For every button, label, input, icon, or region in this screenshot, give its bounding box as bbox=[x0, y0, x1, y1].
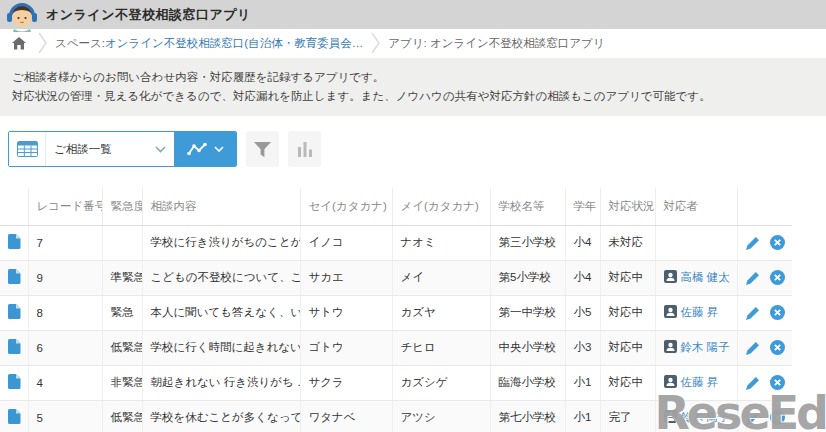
chart-button[interactable] bbox=[288, 131, 321, 167]
col-header-status: 対応状況 bbox=[600, 188, 655, 225]
assignee-link[interactable]: 鈴木 陽子 bbox=[681, 341, 730, 353]
delete-record-icon[interactable] bbox=[770, 305, 785, 320]
view-select[interactable]: ご相談一覧 bbox=[46, 132, 174, 166]
cell-sei-katakana: ワタナベ bbox=[300, 400, 392, 432]
delete-record-icon[interactable] bbox=[770, 410, 785, 425]
cell-status: 対応中 bbox=[600, 330, 655, 365]
delete-record-icon[interactable] bbox=[770, 340, 785, 355]
cell-actions bbox=[737, 365, 792, 400]
line-graph-icon bbox=[187, 142, 207, 156]
cell-sei-katakana: イノコ bbox=[300, 225, 392, 260]
table-row: 5 低緊急 学校を休むことが多くなってきた ワタナベ アツシ 第七小学校 小1 … bbox=[0, 400, 792, 432]
record-list: レコード番号 緊急度 相談内容 セイ(カタカナ) メイ(カタカナ) 学校名等 学… bbox=[0, 188, 826, 432]
cell-school-name: 中央小学校 bbox=[490, 330, 565, 365]
record-document-icon[interactable] bbox=[8, 409, 21, 424]
cell-assignee: 佐藤 昇 bbox=[655, 365, 737, 400]
assignee-user-icon bbox=[664, 340, 677, 353]
cell-assignee: 鈴木 陽子 bbox=[655, 330, 737, 365]
app-description: ご相談者様からのお問い合わせ内容・対応履歴を記録するアプリです。 対応状況の管理… bbox=[0, 58, 826, 116]
funnel-filter-icon bbox=[253, 141, 272, 158]
record-document-icon[interactable] bbox=[8, 234, 21, 249]
cell-sei-katakana: ゴトウ bbox=[300, 330, 392, 365]
assignee-link[interactable]: 佐藤 昇 bbox=[681, 306, 719, 318]
col-header-school: 学校名等 bbox=[490, 188, 565, 225]
filter-button[interactable] bbox=[246, 131, 279, 167]
cell-record-icon bbox=[0, 260, 28, 295]
col-header-actions bbox=[737, 188, 792, 225]
cell-mei-katakana: ナオミ bbox=[392, 225, 490, 260]
cell-consultation-content: 学校を休むことが多くなってきた bbox=[142, 400, 300, 432]
record-document-icon[interactable] bbox=[8, 374, 21, 389]
graph-view-button[interactable] bbox=[174, 132, 236, 166]
cell-mei-katakana: メイ bbox=[392, 260, 490, 295]
cell-mei-katakana: カズシゲ bbox=[392, 365, 490, 400]
cell-urgency: 低緊急 bbox=[102, 400, 142, 432]
assignee-link[interactable]: 高橋 健太 bbox=[681, 271, 730, 283]
edit-record-icon[interactable] bbox=[746, 306, 760, 320]
assignee-link[interactable]: 鈴木 陽子 bbox=[681, 411, 730, 423]
view-selector-group: ご相談一覧 bbox=[8, 131, 237, 167]
breadcrumb-separator bbox=[38, 31, 47, 57]
cell-grade: 小5 bbox=[565, 295, 600, 330]
cell-record-icon bbox=[0, 330, 28, 365]
cell-assignee: 高橋 健太 bbox=[655, 260, 737, 295]
cell-grade: 小4 bbox=[565, 260, 600, 295]
record-table: レコード番号 緊急度 相談内容 セイ(カタカナ) メイ(カタカナ) 学校名等 学… bbox=[0, 188, 792, 432]
cell-assignee: 鈴木 陽子 bbox=[655, 400, 737, 432]
record-document-icon[interactable] bbox=[8, 304, 21, 319]
cell-grade: 小4 bbox=[565, 225, 600, 260]
col-header-blank bbox=[0, 188, 28, 225]
assignee-link[interactable]: 佐藤 昇 bbox=[681, 376, 719, 388]
breadcrumb-space-link[interactable]: オンライン不登校相談窓口(自治体・教育委員会… bbox=[105, 36, 363, 51]
cell-status: 完了 bbox=[600, 400, 655, 432]
edit-record-icon[interactable] bbox=[746, 236, 760, 250]
home-icon[interactable] bbox=[12, 37, 26, 50]
cell-record-icon bbox=[0, 295, 28, 330]
cell-mei-katakana: カズヤ bbox=[392, 295, 490, 330]
col-header-assignee: 対応者 bbox=[655, 188, 737, 225]
record-table-body: 7 学校に行き渋りがちのことが多… イノコ ナオミ 第三小学校 小4 未対応 bbox=[0, 225, 792, 432]
table-row: 7 学校に行き渋りがちのことが多… イノコ ナオミ 第三小学校 小4 未対応 bbox=[0, 225, 792, 260]
table-row: 8 緊急 本人に聞いても答えなく、いじ… サトウ カズヤ 第一中学校 小5 対応… bbox=[0, 295, 792, 330]
delete-record-icon[interactable] bbox=[770, 235, 785, 250]
table-row: 9 準緊急 こどもの不登校について、ご相… サカエ メイ 第5小学校 小4 対応… bbox=[0, 260, 792, 295]
breadcrumb-app-item: アプリ: オンライン不登校相談窓口アプリ bbox=[388, 36, 604, 51]
col-header-urgency: 緊急度 bbox=[102, 188, 142, 225]
app-avatar-icon bbox=[4, 1, 40, 32]
delete-record-icon[interactable] bbox=[770, 270, 785, 285]
cell-record-number: 4 bbox=[28, 365, 102, 400]
app-window: オンライン不登校相談窓口アプリ スペース: オンライン不登校相談窓口(自治体・教… bbox=[0, 0, 826, 432]
record-document-icon[interactable] bbox=[8, 269, 21, 284]
cell-grade: 小1 bbox=[565, 400, 600, 432]
assignee-user-icon bbox=[664, 270, 677, 283]
cell-record-number: 6 bbox=[28, 330, 102, 365]
col-header-record-number: レコード番号 bbox=[28, 188, 102, 225]
cell-record-number: 7 bbox=[28, 225, 102, 260]
cell-grade: 小3 bbox=[565, 330, 600, 365]
bar-chart-icon bbox=[297, 141, 313, 158]
cell-school-name: 臨海小学校 bbox=[490, 365, 565, 400]
edit-record-icon[interactable] bbox=[746, 411, 760, 425]
assignee-user-icon bbox=[664, 410, 677, 423]
cell-record-icon bbox=[0, 365, 28, 400]
edit-record-icon[interactable] bbox=[746, 376, 760, 390]
cell-actions bbox=[737, 330, 792, 365]
edit-record-icon[interactable] bbox=[746, 341, 760, 355]
chevron-down-icon bbox=[155, 146, 166, 153]
col-header-grade: 学年 bbox=[565, 188, 600, 225]
cell-status: 未対応 bbox=[600, 225, 655, 260]
cell-record-number: 9 bbox=[28, 260, 102, 295]
app-description-line1: ご相談者様からのお問い合わせ内容・対応履歴を記録するアプリです。 bbox=[12, 68, 814, 87]
assignee-user-icon bbox=[664, 375, 677, 388]
edit-record-icon[interactable] bbox=[746, 271, 760, 285]
cell-record-icon bbox=[0, 225, 28, 260]
breadcrumb: スペース: オンライン不登校相談窓口(自治体・教育委員会… アプリ: オンライン… bbox=[0, 29, 826, 58]
app-description-line2: 対応状況の管理・見える化ができるので、対応漏れを防止します。また、ノウハウの共有… bbox=[12, 87, 814, 106]
cell-school-name: 第七小学校 bbox=[490, 400, 565, 432]
cell-school-name: 第5小学校 bbox=[490, 260, 565, 295]
record-document-icon[interactable] bbox=[8, 339, 21, 354]
delete-record-icon[interactable] bbox=[770, 375, 785, 390]
cell-urgency: 非緊急 bbox=[102, 365, 142, 400]
cell-status: 対応中 bbox=[600, 260, 655, 295]
cell-urgency bbox=[102, 225, 142, 260]
